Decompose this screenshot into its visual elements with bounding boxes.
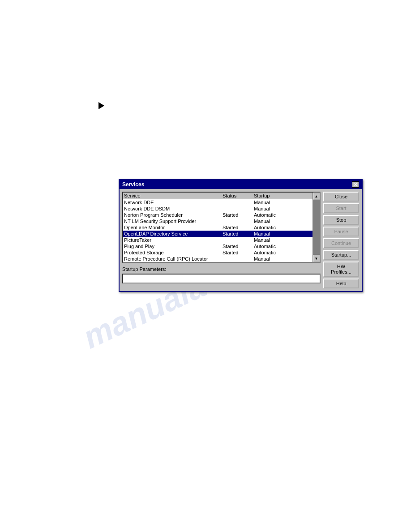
services-table: Service Status Startup Network DDEManual… xyxy=(122,192,321,263)
service-row-6[interactable]: PictureTakerManual xyxy=(123,237,313,243)
help-button[interactable]: Help xyxy=(323,279,359,288)
service-row-1[interactable]: Network DDE DSDMManual xyxy=(123,206,313,212)
service-name-8: Protected Storage xyxy=(124,250,223,255)
start-button[interactable]: Start xyxy=(323,203,359,213)
services-list: Network DDEManualNetwork DDE DSDMManualN… xyxy=(123,199,313,262)
service-startup-9: Manual xyxy=(254,256,294,262)
services-table-inner: Service Status Startup Network DDEManual… xyxy=(123,193,313,262)
service-status-2: Started xyxy=(223,212,254,218)
service-startup-0: Manual xyxy=(254,200,294,205)
service-row-4[interactable]: OpenLane MonitorStartedAutomatic xyxy=(123,224,313,231)
continue-button[interactable]: Continue xyxy=(323,238,359,248)
service-name-9: Remote Procedure Call (RPC) Locator xyxy=(124,256,223,262)
service-row-2[interactable]: Norton Program SchedulerStartedAutomatic xyxy=(123,212,313,218)
dialog-titlebar: Services ✕ xyxy=(120,180,362,189)
service-status-5: Started xyxy=(223,231,254,236)
service-startup-7: Automatic xyxy=(254,244,294,249)
startup-params-label: Startup Parameters: xyxy=(122,266,321,272)
service-startup-3: Manual xyxy=(254,219,294,224)
startup-params-input[interactable] xyxy=(122,274,321,283)
service-row-7[interactable]: Plug and PlayStartedAutomatic xyxy=(123,243,313,249)
service-row-9[interactable]: Remote Procedure Call (RPC) LocatorManua… xyxy=(123,256,313,262)
startup-button[interactable]: Startup... xyxy=(323,250,359,260)
dialog-body: Service Status Startup Network DDEManual… xyxy=(120,189,362,291)
service-status-3 xyxy=(223,219,254,224)
scroll-down-button[interactable]: ▼ xyxy=(313,255,320,262)
service-name-6: PictureTaker xyxy=(124,237,223,243)
service-name-0: Network DDE xyxy=(124,200,223,205)
stop-button[interactable]: Stop xyxy=(323,215,359,225)
close-button[interactable]: Close xyxy=(323,192,359,202)
service-status-7: Started xyxy=(223,244,254,249)
service-name-5: OpenLDAP Directory Service xyxy=(124,231,223,236)
pause-button[interactable]: Pause xyxy=(323,227,359,236)
dialog-close-button[interactable]: ✕ xyxy=(352,181,359,188)
service-name-3: NT LM Security Support Provider xyxy=(124,219,223,224)
service-startup-4: Automatic xyxy=(254,225,294,230)
col-header-startup: Startup xyxy=(254,193,294,198)
service-startup-1: Manual xyxy=(254,206,294,211)
col-header-status: Status xyxy=(223,193,254,198)
service-status-0 xyxy=(223,200,254,205)
dialog-left-panel: Service Status Startup Network DDEManual… xyxy=(122,192,321,288)
service-status-8: Started xyxy=(223,250,254,255)
service-name-4: OpenLane Monitor xyxy=(124,225,223,230)
service-status-1 xyxy=(223,206,254,211)
service-name-2: Norton Program Scheduler xyxy=(124,212,223,218)
services-dialog: Services ✕ Service Status Startup Networ… xyxy=(119,179,363,292)
top-rule xyxy=(18,28,393,28)
service-row-5[interactable]: OpenLDAP Directory ServiceStartedManual xyxy=(123,231,313,237)
service-startup-6: Manual xyxy=(254,237,294,243)
service-row-3[interactable]: NT LM Security Support ProviderManual xyxy=(123,218,313,224)
service-row-8[interactable]: Protected StorageStartedAutomatic xyxy=(123,249,313,256)
service-status-9 xyxy=(223,256,254,262)
service-row-0[interactable]: Network DDEManual xyxy=(123,199,313,206)
service-name-7: Plug and Play xyxy=(124,244,223,249)
service-startup-8: Automatic xyxy=(254,250,294,255)
dialog-right-panel: Close Start Stop Pause Continue Startup.… xyxy=(323,192,359,288)
bullet-arrow-icon xyxy=(98,102,104,109)
scroll-up-button[interactable]: ▲ xyxy=(313,193,320,200)
service-startup-2: Automatic xyxy=(254,212,294,218)
scroll-track xyxy=(313,200,320,255)
service-startup-5: Manual xyxy=(254,231,294,236)
col-header-service: Service xyxy=(124,193,223,198)
scrollbar[interactable]: ▲ ▼ xyxy=(313,193,320,262)
service-status-6 xyxy=(223,237,254,243)
services-header-row: Service Status Startup xyxy=(123,193,313,199)
service-status-4: Started xyxy=(223,225,254,230)
hw-profiles-button[interactable]: HW Profiles... xyxy=(323,262,359,277)
dialog-title: Services xyxy=(122,181,144,188)
service-name-1: Network DDE DSDM xyxy=(124,206,223,211)
